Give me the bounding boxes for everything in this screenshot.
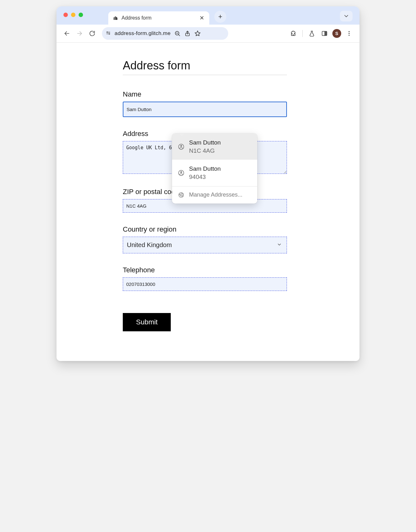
country-label: Country or region (123, 225, 287, 233)
phone-label: Telephone (123, 266, 287, 274)
tab-close-button[interactable]: ✕ (199, 15, 205, 21)
autofill-suggestion-0[interactable]: Sam Dutton N1C 4AG (172, 133, 257, 160)
new-tab-button[interactable]: + (214, 11, 226, 23)
svg-point-2 (107, 32, 108, 33)
autofill-name-1: Sam Dutton (189, 165, 221, 173)
reload-button[interactable] (87, 29, 97, 38)
svg-point-15 (348, 33, 349, 34)
field-country: Country or region United Kingdom (123, 225, 287, 253)
svg-rect-13 (325, 31, 327, 35)
profile-avatar[interactable]: S (332, 29, 341, 38)
browser-tab[interactable]: Address form ✕ (108, 11, 209, 25)
submit-button[interactable]: Submit (123, 313, 171, 331)
phone-input[interactable] (123, 277, 287, 291)
country-select[interactable]: United Kingdom (123, 237, 287, 253)
back-button[interactable] (62, 29, 72, 38)
svg-point-16 (348, 35, 349, 36)
autofill-manage-label: Manage Addresses... (189, 192, 242, 198)
tab-title: Address form (122, 15, 196, 21)
autofill-detail-1: 94043 (189, 173, 221, 181)
field-phone: Telephone (123, 266, 287, 291)
toolbar-separator (302, 30, 303, 37)
person-icon (178, 143, 185, 150)
name-input[interactable] (123, 102, 287, 117)
tab-strip: Address form ✕ + (108, 6, 226, 25)
site-info-icon[interactable] (106, 31, 111, 36)
title-rule (123, 75, 287, 75)
field-address: Address Google UK Ltd, 6 Sam Dutton N1C … (123, 130, 287, 175)
bookmark-star-icon[interactable] (194, 30, 201, 37)
svg-marker-10 (195, 31, 200, 36)
chrome-icon (178, 192, 185, 198)
window-controls (63, 13, 83, 17)
labs-icon[interactable] (307, 29, 317, 38)
browser-window: Address form ✕ + address-form.glitch.me (56, 6, 360, 361)
autofill-detail-0: N1C 4AG (189, 147, 221, 155)
name-label: Name (123, 90, 287, 98)
address-bar[interactable]: address-form.glitch.me (102, 27, 228, 40)
tab-favicon-icon (113, 15, 118, 21)
svg-point-4 (109, 33, 110, 34)
page-viewport: Address form Name Address Google UK Ltd,… (56, 42, 360, 361)
autofill-name-0: Sam Dutton (189, 139, 221, 147)
person-icon (178, 169, 185, 176)
page-title: Address form (123, 59, 287, 72)
close-window-button[interactable] (63, 13, 68, 17)
browser-toolbar: address-form.glitch.me S (56, 25, 360, 42)
svg-point-21 (179, 192, 184, 197)
tabs-overflow-button[interactable] (340, 11, 353, 21)
autofill-suggestion-1[interactable]: Sam Dutton 94043 (172, 160, 257, 186)
titlebar: Address form ✕ + (56, 6, 360, 25)
svg-line-7 (179, 35, 180, 36)
svg-point-14 (348, 31, 349, 32)
url-text: address-form.glitch.me (115, 30, 170, 37)
svg-point-20 (180, 171, 182, 173)
minimize-window-button[interactable] (71, 13, 75, 17)
share-icon[interactable] (184, 30, 191, 37)
kebab-menu-icon[interactable] (344, 29, 354, 38)
fullscreen-window-button[interactable] (79, 13, 83, 17)
autofill-dropdown: Sam Dutton N1C 4AG Sam Dutton 94043 (172, 133, 257, 204)
forward-button[interactable] (75, 29, 84, 38)
avatar-initial: S (335, 31, 338, 36)
extensions-icon[interactable] (288, 29, 298, 38)
svg-point-18 (180, 145, 182, 146)
panel-icon[interactable] (320, 29, 329, 38)
zoom-icon[interactable] (174, 30, 181, 37)
form-container: Address form Name Address Google UK Ltd,… (123, 59, 287, 331)
autofill-manage-button[interactable]: Manage Addresses... (172, 186, 257, 204)
field-name: Name (123, 90, 287, 117)
